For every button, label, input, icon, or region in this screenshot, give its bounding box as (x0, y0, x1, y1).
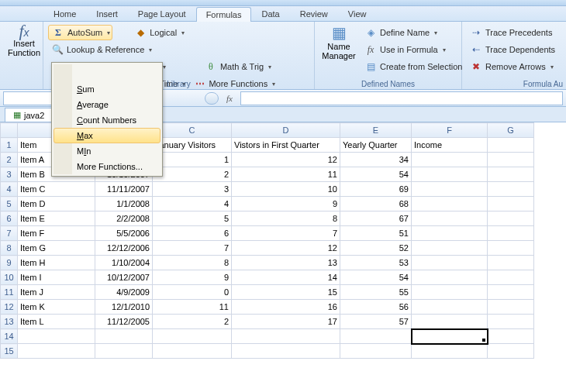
tab-formulas[interactable]: Formulas (196, 7, 252, 22)
cell-E1[interactable]: Yearly Quarter (340, 138, 412, 153)
cell-C3[interactable]: 2 (153, 167, 232, 182)
cell-C11[interactable]: 0 (153, 285, 232, 300)
cell-E5[interactable]: 68 (340, 197, 412, 211)
cell-A10[interactable]: Item I (18, 270, 95, 285)
cell-A15[interactable] (18, 344, 95, 359)
cell-F13[interactable] (412, 315, 488, 329)
cell-B13[interactable]: 11/12/2005 (95, 315, 153, 329)
col-header-G[interactable]: G (488, 123, 534, 138)
cell-B5[interactable]: 1/1/2008 (95, 197, 153, 211)
dd-max[interactable]: Max (53, 128, 160, 143)
cell-F1[interactable]: Income (412, 138, 488, 153)
row-header-9[interactable]: 9 (1, 256, 18, 270)
cell-B8[interactable]: 12/12/2006 (95, 241, 153, 256)
cell-C14[interactable] (153, 329, 232, 344)
cell-B7[interactable]: 5/5/2006 (95, 226, 153, 241)
cell-D14[interactable] (232, 329, 340, 344)
select-all-corner[interactable] (1, 123, 18, 138)
cell-B11[interactable]: 4/9/2009 (95, 285, 153, 300)
cell-F11[interactable] (412, 285, 488, 300)
dd-sum[interactable]: Sum (53, 81, 160, 97)
cell-E6[interactable]: 67 (340, 211, 412, 226)
cell-F14[interactable] (412, 329, 488, 344)
cell-B12[interactable]: 12/1/2010 (95, 300, 153, 315)
cell-D5[interactable]: 9 (232, 197, 340, 211)
row-header-14[interactable]: 14 (1, 329, 18, 344)
cell-C2[interactable]: 1 (153, 153, 232, 167)
cell-D4[interactable]: 10 (232, 182, 340, 197)
cell-D8[interactable]: 12 (232, 241, 340, 256)
cell-G15[interactable] (488, 344, 534, 359)
row-header-4[interactable]: 4 (1, 182, 18, 197)
cell-D10[interactable]: 14 (232, 270, 340, 285)
tab-home[interactable]: Home (43, 6, 86, 21)
logical-button[interactable]: ◆ Logical ▾ (131, 25, 188, 40)
cell-G13[interactable] (488, 315, 534, 329)
cell-E12[interactable]: 56 (340, 300, 412, 315)
cell-D12[interactable]: 16 (232, 300, 340, 315)
cell-B14[interactable] (95, 329, 153, 344)
tab-view[interactable]: View (338, 6, 377, 21)
col-header-E[interactable]: E (340, 123, 412, 138)
cell-G9[interactable] (488, 256, 534, 270)
cell-F8[interactable] (412, 241, 488, 256)
cell-C4[interactable]: 3 (153, 182, 232, 197)
cell-G12[interactable] (488, 300, 534, 315)
cell-G7[interactable] (488, 226, 534, 241)
row-header-2[interactable]: 2 (1, 153, 18, 167)
tab-insert[interactable]: Insert (86, 6, 128, 21)
cell-D15[interactable] (232, 344, 340, 359)
cell-D6[interactable]: 8 (232, 211, 340, 226)
row-header-12[interactable]: 12 (1, 300, 18, 315)
create-from-selection-button[interactable]: ▤ Create from Selection (361, 59, 465, 74)
cell-A11[interactable]: Item J (18, 285, 95, 300)
cell-A6[interactable]: Item E (18, 211, 95, 226)
cell-A9[interactable]: Item H (18, 256, 95, 270)
cell-F10[interactable] (412, 270, 488, 285)
cell-G10[interactable] (488, 270, 534, 285)
cell-C9[interactable]: 8 (153, 256, 232, 270)
col-header-C[interactable]: C (153, 123, 232, 138)
cell-D13[interactable]: 17 (232, 315, 340, 329)
cell-F3[interactable] (412, 167, 488, 182)
cell-E8[interactable]: 52 (340, 241, 412, 256)
row-header-7[interactable]: 7 (1, 226, 18, 241)
cell-F12[interactable] (412, 300, 488, 315)
cell-C1[interactable]: January Visitors (153, 138, 232, 153)
autosum-split-button[interactable]: Σ AutoSum ▾ (48, 25, 112, 40)
cell-A12[interactable]: Item K (18, 300, 95, 315)
cell-G3[interactable] (488, 167, 534, 182)
trace-precedents-button[interactable]: ⇢ Trace Precedents (467, 25, 561, 40)
row-header-15[interactable]: 15 (1, 344, 18, 359)
cell-G2[interactable] (488, 153, 534, 167)
formula-input[interactable] (240, 91, 563, 105)
dd-min[interactable]: MIn (53, 143, 160, 159)
row-header-1[interactable]: 1 (1, 138, 18, 153)
cell-G5[interactable] (488, 197, 534, 211)
cell-G8[interactable] (488, 241, 534, 256)
tab-review[interactable]: Review (290, 6, 338, 21)
workbook-tab[interactable]: ▦ java2 (5, 108, 53, 122)
cell-D9[interactable]: 13 (232, 256, 340, 270)
cell-B4[interactable]: 11/11/2007 (95, 182, 153, 197)
cell-C12[interactable]: 11 (153, 300, 232, 315)
cell-A8[interactable]: Item G (18, 241, 95, 256)
cell-D3[interactable]: 11 (232, 167, 340, 182)
lookup-button[interactable]: 🔍 Lookup & Reference ▾ (48, 42, 155, 57)
row-header-3[interactable]: 3 (1, 167, 18, 182)
cell-B10[interactable]: 10/12/2007 (95, 270, 153, 285)
fx-expand[interactable] (205, 92, 219, 105)
math-trig-button[interactable]: θ Math & Trig ▾ (202, 59, 274, 74)
cell-G4[interactable] (488, 182, 534, 197)
dd-more-functions[interactable]: More Functions... (53, 159, 160, 174)
cell-F5[interactable] (412, 197, 488, 211)
cell-F6[interactable] (412, 211, 488, 226)
cell-G6[interactable] (488, 211, 534, 226)
row-header-10[interactable]: 10 (1, 270, 18, 285)
row-header-13[interactable]: 13 (1, 315, 18, 329)
cell-D2[interactable]: 12 (232, 153, 340, 167)
col-header-F[interactable]: F (412, 123, 488, 138)
tab-data[interactable]: Data (251, 6, 289, 21)
cell-E10[interactable]: 54 (340, 270, 412, 285)
row-header-8[interactable]: 8 (1, 241, 18, 256)
